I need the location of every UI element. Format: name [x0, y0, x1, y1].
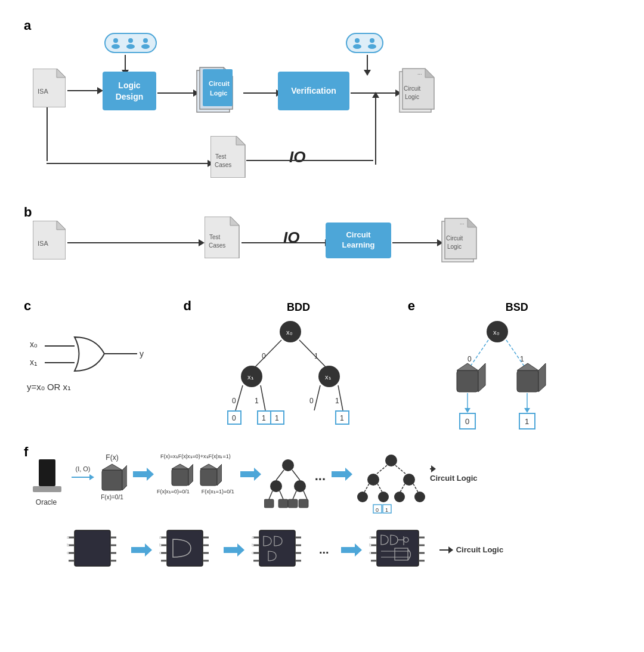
svg-point-5: [128, 38, 133, 43]
svg-rect-86: [517, 370, 538, 392]
svg-text:Circuit: Circuit: [404, 85, 421, 92]
svg-rect-83: [457, 370, 478, 392]
svg-marker-102: [133, 468, 154, 481]
svg-text:x₀: x₀: [30, 339, 38, 349]
circuit-logic-label-f: Circuit Logic: [430, 465, 477, 483]
svg-marker-32: [57, 221, 66, 230]
svg-point-18: [370, 38, 374, 43]
svg-text:...: ...: [460, 220, 465, 225]
arrow-dots-to-final: [329, 465, 352, 483]
svg-marker-179: [341, 543, 362, 557]
svg-marker-85: [478, 363, 485, 392]
svg-text:ISA: ISA: [38, 88, 48, 95]
svg-point-7: [143, 38, 148, 43]
svg-text:Logic: Logic: [210, 89, 227, 97]
svg-rect-119: [264, 499, 274, 508]
arrow-isa-down: [47, 107, 48, 161]
svg-line-118: [304, 491, 307, 499]
arrow-logic-to-circuit: [157, 89, 199, 97]
svg-text:1: 1: [275, 414, 279, 422]
arrow-circuit-to-verify: [243, 89, 282, 97]
arrow-isa-to-testcases: [47, 160, 213, 167]
svg-text:1: 1: [262, 414, 266, 422]
arrow-b-isa-to-tc: [67, 239, 205, 246]
svg-text:x₀: x₀: [286, 329, 293, 336]
svg-marker-1: [57, 69, 66, 78]
svg-text:b: b: [159, 542, 162, 548]
svg-text:1: 1: [525, 417, 529, 426]
svg-marker-166: [224, 543, 244, 557]
section-c-label: c: [24, 298, 31, 314]
isa-doc-a: ISA: [33, 69, 66, 110]
bdd-tree: x₀ 0 1 x₁ x₁ 0 1 0 1: [195, 314, 386, 433]
svg-rect-120: [278, 499, 288, 508]
svg-text:x₀: x₀: [493, 329, 500, 336]
svg-line-65: [236, 385, 243, 410]
svg-marker-153: [131, 543, 152, 557]
svg-line-131: [400, 484, 405, 492]
svg-text:a: a: [67, 534, 70, 540]
svg-point-16: [355, 38, 360, 43]
svg-point-3: [113, 38, 118, 43]
equation-c: y=x₀ OR x₁: [27, 382, 71, 393]
svg-marker-107: [200, 464, 217, 469]
section-f: f Oracle (I, O): [18, 444, 626, 582]
section-f-label: f: [24, 444, 28, 460]
circuit-logic-out-b: Circuit Logic ...: [439, 215, 484, 268]
io-label-a: IO: [289, 148, 305, 166]
svg-marker-28: [236, 136, 245, 145]
svg-point-4: [112, 44, 120, 49]
svg-rect-154: [167, 530, 203, 566]
svg-text:Cases: Cases: [215, 162, 231, 168]
svg-line-117: [293, 491, 296, 499]
isa-doc-b: ISA: [33, 221, 66, 262]
oracle-container: Oracle: [30, 456, 63, 506]
verification-box: Verification: [278, 72, 349, 110]
svg-text:1: 1: [520, 355, 524, 363]
svg-text:b: b: [252, 542, 255, 548]
svg-marker-108: [217, 464, 222, 486]
svg-rect-97: [39, 459, 55, 486]
svg-point-135: [394, 492, 405, 502]
svg-text:0: 0: [309, 397, 314, 405]
svg-text:0: 0: [467, 355, 472, 363]
bsd-tree: x₀ 0 1: [408, 314, 587, 433]
arrow-tc-to-verify-h: [246, 160, 373, 161]
svg-text:Logic: Logic: [405, 94, 419, 100]
svg-text:b: b: [67, 542, 70, 548]
io-arrow-f: (I, O): [72, 465, 94, 480]
svg-marker-35: [230, 217, 239, 225]
svg-point-19: [368, 44, 376, 49]
svg-point-17: [353, 44, 361, 49]
svg-text:0: 0: [376, 507, 379, 513]
svg-rect-121: [288, 499, 298, 508]
dots-separator: ...: [315, 468, 326, 484]
circuit-logic-final-f: Circuit Logic: [439, 545, 503, 554]
svg-point-110: [282, 459, 294, 471]
or-gate-diagram: x₀ x₁ y: [27, 316, 158, 390]
arrow-formula-to-tree1: [237, 465, 261, 483]
logic-design-box: Logic Design: [103, 72, 156, 110]
svg-text:1: 1: [335, 397, 339, 405]
svg-text:Test: Test: [209, 234, 221, 240]
svg-line-67: [314, 385, 320, 410]
svg-text:c: c: [159, 550, 162, 555]
chip-row: a b c a b c: [18, 524, 626, 575]
svg-text:0: 0: [465, 417, 469, 426]
svg-text:Cases: Cases: [209, 242, 225, 249]
people-group-logic: [104, 33, 157, 53]
svg-rect-103: [172, 469, 188, 486]
svg-marker-88: [538, 363, 546, 392]
section-e-label: e: [408, 298, 415, 314]
svg-point-6: [126, 44, 135, 49]
section-b-label: b: [24, 205, 32, 220]
svg-point-134: [378, 492, 389, 502]
svg-rect-99: [102, 470, 122, 490]
svg-point-133: [357, 492, 368, 502]
svg-rect-106: [200, 469, 217, 486]
circuit-logic-stack: Circuit Logic: [194, 64, 242, 120]
svg-line-115: [269, 491, 273, 499]
svg-text:x₁: x₁: [247, 373, 253, 381]
svg-point-113: [270, 480, 282, 492]
svg-text:c: c: [369, 550, 371, 555]
